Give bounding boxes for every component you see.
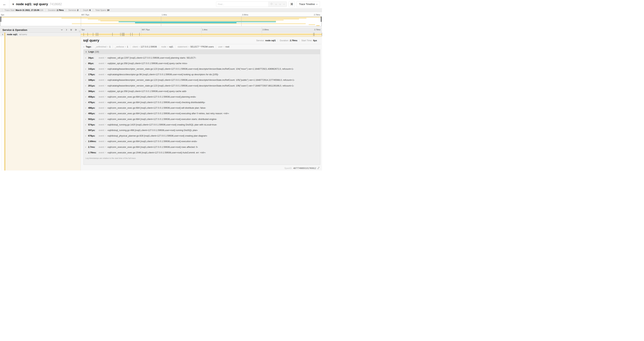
log-entry[interactable]: › 678μs: event = ‹sql/distsql_physical_p…	[85, 133, 319, 139]
ruler-tick-label: 2.79ms	[313, 29, 320, 31]
keyboard-shortcuts-button[interactable]: ⌘	[288, 1, 295, 7]
clear-search-icon[interactable]: ×	[284, 3, 285, 6]
log-entry[interactable]: › 476μs: event = ‹sql/conn_executor_exec…	[85, 100, 319, 105]
span-detail-panel: sql query Service: node sql1 Duration: 2…	[81, 36, 322, 171]
log-timestamp: 366μs:	[88, 90, 99, 93]
timeline-ruler: 0μs 697.75μs 1.4ms 2.09ms 2.79ms	[81, 27, 322, 33]
log-equals: =	[105, 85, 106, 87]
log-entry[interactable]: › 80μs: event = ‹sql/plan_opt.go:358 [ns…	[85, 61, 319, 66]
log-marker[interactable]	[313, 33, 314, 36]
find-input[interactable]	[216, 2, 268, 7]
log-entry[interactable]: › 176μs: event = ‹sql/catalog/descs/desc…	[85, 72, 319, 77]
timeline-header-left: Service & Operation	[0, 27, 81, 33]
collapse-trace-chevron-icon[interactable]: ∨	[12, 3, 14, 6]
expand-one-icon[interactable]	[65, 29, 68, 31]
span-collapse-chevron-icon[interactable]: ∨	[2, 33, 3, 36]
tag-value: 1	[109, 45, 110, 48]
log-entry[interactable]: › 2.69ms: event = ‹sql/conn_executor_exe…	[85, 139, 319, 144]
trace-meta-value: 6	[90, 9, 91, 12]
tag-key: node	[161, 45, 166, 48]
log-field-key: event	[99, 73, 104, 76]
span-row-name-column[interactable]: ∨ node sql1 sql query	[0, 33, 81, 36]
collapse-one-icon[interactable]	[60, 29, 63, 31]
minimap-right-scrubber[interactable]	[321, 17, 322, 22]
log-field-value: ‹sql/conn_executor_exec.go:684 [nsql1,cl…	[107, 107, 206, 109]
log-entry[interactable]: › 486μs: event = ‹sql/conn_executor_exec…	[85, 105, 319, 111]
column-resize-handle[interactable]	[79, 31, 80, 32]
log-timestamp: 2.79ms:	[88, 151, 99, 154]
minimap-span-bar	[100, 21, 276, 21]
tags-accordion[interactable]: › Tags: _unfinished = 1 _verbose =	[81, 44, 322, 49]
log-equals: =	[105, 57, 106, 59]
trace-header: ← ∨ node sql1: sql query 7418682 ∧ ∨ × ⌘	[0, 0, 322, 8]
next-match-icon[interactable]: ∨	[279, 3, 281, 6]
log-field-key: event	[99, 107, 104, 109]
trace-meta-label: Total Spans	[96, 9, 106, 12]
log-entry[interactable]: › 574μs: event = ‹sql/distsql_running.go…	[85, 122, 319, 127]
minimap-canvas[interactable]	[0, 17, 322, 26]
log-entry[interactable]: › 2.79ms: event = ‹sql/conn_executor_exe…	[85, 150, 319, 155]
span-id-row: SpanID: 4877749850101760812	[81, 166, 322, 171]
span-operation-title: sql query	[83, 38, 254, 43]
minimap-tick-label: 1.4ms	[161, 14, 167, 16]
log-equals: =	[105, 118, 106, 120]
back-button[interactable]: ←	[0, 0, 9, 8]
minimap-left-scrubber[interactable]	[0, 17, 1, 22]
log-marker[interactable]	[322, 33, 322, 36]
ruler-tick-label: 0μs	[81, 29, 85, 31]
timeline-header: Service & Operation	[0, 27, 322, 33]
deep-link-icon[interactable]	[317, 167, 320, 170]
span-row-timeline[interactable]	[81, 33, 322, 36]
log-field-key: event	[99, 62, 104, 65]
page-title: node sql1: sql query	[16, 2, 48, 6]
log-marker[interactable]	[88, 33, 88, 36]
chevron-down-icon: ∨	[316, 3, 318, 5]
log-marker[interactable]	[314, 33, 314, 36]
log-marker[interactable]	[132, 33, 132, 36]
focus-match-icon[interactable]	[270, 3, 273, 6]
log-marker[interactable]	[130, 33, 130, 36]
log-field-value: ‹sql/catalog/lease/descriptor_version_st…	[107, 68, 294, 70]
log-equals: =	[105, 107, 106, 109]
collapse-all-icon[interactable]	[70, 29, 72, 31]
log-equals: =	[105, 79, 106, 81]
tag-item: user = root	[216, 45, 231, 48]
logs-accordion-header[interactable]: ∨ Logs (18)	[84, 50, 320, 54]
prev-match-icon[interactable]: ∧	[275, 3, 277, 6]
log-marker[interactable]	[93, 33, 93, 36]
log-entry[interactable]: › 502μs: event = ‹sql/conn_executor_exec…	[85, 116, 319, 122]
span-duration-bar[interactable]	[81, 34, 322, 35]
log-marker[interactable]	[139, 33, 140, 36]
log-entry[interactable]: › 366μs: event = ‹sql/plan_opt.go:358 [n…	[85, 88, 319, 94]
log-equals: =	[105, 74, 106, 76]
log-field-key: event	[99, 90, 104, 93]
trace-view-select[interactable]: Trace Timeline ∨	[296, 1, 320, 7]
tag-value: 1	[127, 45, 128, 48]
logs-label: Logs	[88, 51, 94, 53]
log-field-key: event	[99, 57, 104, 59]
minimap-span-bar	[135, 22, 236, 23]
log-marker[interactable]	[120, 33, 120, 36]
log-field-key: event	[99, 84, 104, 87]
log-entry[interactable]: › 459μs: event = ‹sql/conn_executor_exec…	[85, 94, 319, 100]
log-entry[interactable]: › 2.7ms: event = ‹sql/conn_executor_exec…	[85, 144, 319, 150]
log-entry[interactable]: › 189μs: event = ‹sql/catalog/lease/desc…	[85, 77, 319, 83]
trace-meta-item: Depth 6	[81, 9, 93, 11]
log-entry[interactable]: › 34μs: event = ‹sql/exec_util.go:2297 […	[85, 55, 319, 61]
expand-all-icon[interactable]	[74, 29, 77, 31]
span-service-name: node sql1	[7, 33, 18, 36]
minimap-span-bar	[98, 20, 284, 21]
log-marker[interactable]	[98, 33, 98, 36]
log-marker[interactable]	[84, 33, 84, 36]
log-entry[interactable]: › 142μs: event = ‹sql/catalog/lease/desc…	[85, 66, 319, 72]
log-entry[interactable]: › 495μs: event = ‹sql/conn_executor_exec…	[85, 111, 319, 116]
detail-highlight-strip	[5, 36, 81, 171]
log-entry[interactable]: › 201μs: event = ‹sql/catalog/lease/desc…	[85, 83, 319, 88]
log-entry[interactable]: › 597μs: event = ‹sql/distsql_running.go…	[85, 127, 319, 133]
log-marker[interactable]	[123, 33, 123, 36]
span-row[interactable]: ∨ node sql1 sql query	[0, 33, 322, 36]
log-timestamp: 2.69ms:	[88, 140, 99, 143]
log-marker[interactable]	[112, 33, 112, 36]
minimap-tick-label: 2.79ms	[313, 14, 320, 16]
log-field-value: ‹sql/exec_util.go:2297 [nsql1,client=127…	[107, 57, 196, 59]
